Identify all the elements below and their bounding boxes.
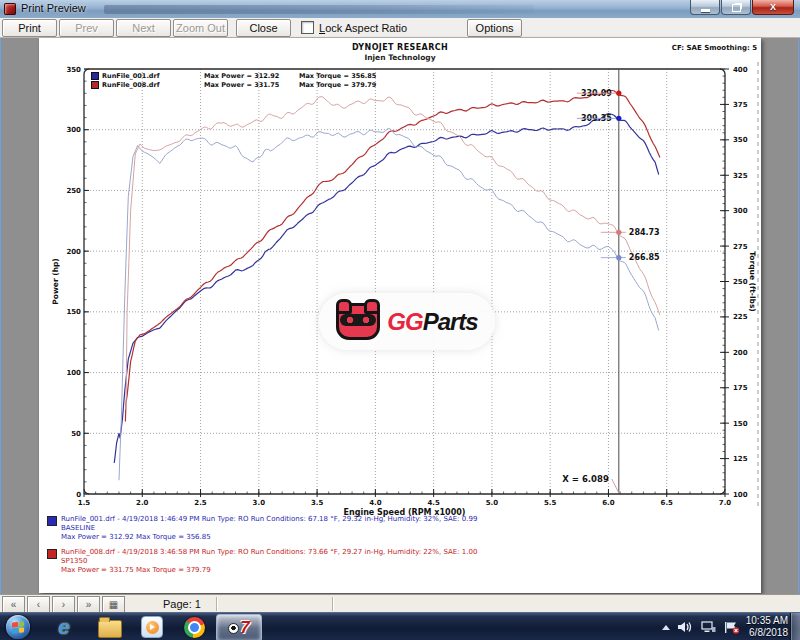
run2-conditions: RunFile_008.drf - 4/19/2018 3:46:58 PM R…: [61, 548, 477, 557]
options-button[interactable]: Options: [467, 19, 522, 37]
marker-dot-266.85: [616, 255, 621, 260]
legend-swatch-blue: [91, 72, 99, 80]
chart-title: DYNOJET RESEARCH: [39, 43, 761, 52]
marker-label-284.73: 284.73: [629, 228, 660, 237]
chrome-icon: [184, 617, 205, 638]
run2-name: SP1350: [61, 557, 477, 566]
taskbar-chrome-icon[interactable]: [182, 615, 206, 639]
print-preview-app-icon: [4, 3, 16, 15]
y-right-tick-label: 100: [733, 491, 748, 499]
action-center-flag-icon[interactable]: [724, 621, 740, 634]
legend-power-1: Max Power = 312.92: [204, 72, 299, 80]
y-right-tick-label: 300: [733, 207, 748, 215]
show-desktop-button[interactable]: [790, 613, 800, 640]
series-group: [114, 91, 659, 480]
preview-page: 1.52.02.53.03.54.04.55.05.56.06.57.00501…: [39, 38, 761, 593]
y-left-tick-label: 0: [76, 491, 81, 499]
series-runfile-008-torque-ft-lbs-: [126, 97, 660, 409]
page-indicator: Page: 1: [163, 598, 201, 610]
lock-aspect-ratio-checkbox[interactable]: [301, 21, 314, 34]
y-left-tick-label: 250: [66, 187, 81, 195]
taskbar-dyno-app-button[interactable]: 7: [216, 614, 262, 640]
plot-frame: [84, 69, 725, 494]
media-player-icon: [141, 616, 163, 638]
watermark-parts: Parts: [423, 308, 478, 335]
prev-button[interactable]: Prev: [59, 19, 114, 37]
soccer-ball-icon: [228, 623, 239, 634]
y-left-axis-label: Power (hp): [51, 258, 60, 305]
clock-date: 6/8/2018: [746, 627, 788, 639]
marker-label-266.85: 266.85: [629, 253, 660, 262]
y-right-tick-label: 275: [733, 243, 748, 251]
marker-dot-284.73: [616, 230, 621, 235]
y-right-tick-label: 175: [733, 384, 748, 392]
next-button[interactable]: Next: [116, 19, 171, 37]
marker-dot-330.09: [616, 91, 621, 96]
y-right-tick-label: 325: [733, 172, 748, 180]
y-right-tick-label: 400: [733, 66, 748, 74]
y-right-tick-label: 350: [733, 136, 748, 144]
minimize-button[interactable]: [690, 0, 720, 15]
watermark-text: GGParts: [387, 308, 477, 336]
volume-icon[interactable]: [678, 621, 693, 633]
x-tick-label: 2.0: [136, 499, 149, 507]
system-tray: [662, 613, 740, 640]
window-title: Print Preview: [21, 2, 86, 14]
tray-expand-icon[interactable]: [662, 625, 670, 630]
close-window-button[interactable]: X: [752, 0, 794, 15]
chart-subtitle: Injen Technology: [39, 53, 761, 62]
start-button[interactable]: [6, 615, 30, 639]
folder-icon: [98, 620, 122, 638]
taskbar: e 7: [0, 612, 800, 640]
taskbar-internet-explorer-icon[interactable]: e: [52, 615, 76, 639]
multi-page-button[interactable]: ▦: [102, 596, 125, 613]
statusbar-separator: [216, 597, 217, 611]
run-swatch-red: [47, 549, 57, 559]
prev-page-button[interactable]: ‹: [27, 596, 50, 613]
legend-row-1: RunFile_001.drf Max Power = 312.92 Max T…: [91, 71, 376, 80]
legend-torque-2: Max Torque = 379.79: [299, 81, 376, 89]
run1-name: BASELINE: [61, 524, 477, 533]
ggparts-watermark: GGParts: [319, 293, 495, 350]
network-icon[interactable]: [701, 621, 716, 633]
legend-row-2: RunFile_008.drf Max Power = 331.75 Max T…: [91, 80, 376, 89]
document-title-faded: [104, 5, 534, 14]
cursor-leader-line: [612, 479, 619, 493]
y-right-tick-label: 250: [733, 278, 748, 286]
zoom-out-button[interactable]: Zoom Out: [173, 19, 228, 37]
x-tick-label: 4.5: [427, 499, 440, 507]
minimize-icon: [701, 9, 710, 12]
clock-time: 10:35 AM: [746, 615, 788, 627]
x-tick-label: 7.0: [719, 499, 732, 507]
x-tick-label: 3.0: [253, 499, 266, 507]
legend-swatch-red: [91, 81, 99, 89]
y-left-tick-label: 350: [66, 66, 81, 74]
marker-dot-309.35: [616, 116, 621, 121]
print-preview-window: Print Preview X Print Prev Next Zoom Out…: [0, 0, 800, 612]
y-right-tick-label: 225: [733, 313, 748, 321]
series-runfile-001-power-hp-: [114, 114, 658, 463]
cursor-x-label: X = 6.089: [562, 474, 609, 484]
legend-file-1: RunFile_001.drf: [102, 72, 204, 80]
taskbar-clock[interactable]: 10:35 AM 6/8/2018: [746, 615, 788, 639]
y-left-tick-label: 300: [66, 126, 81, 134]
taskbar-media-player-icon[interactable]: [140, 615, 164, 639]
y-right-tick-label: 200: [733, 349, 748, 357]
restore-icon: [732, 4, 741, 12]
chart-correction-note: CF: SAE Smoothing: 5: [672, 44, 757, 52]
y-left-tick-label: 200: [66, 248, 81, 256]
close-preview-button[interactable]: Close: [236, 19, 291, 37]
print-button[interactable]: Print: [2, 19, 57, 37]
x-tick-label: 5.0: [486, 499, 499, 507]
run-note-sp1350: RunFile_008.drf - 4/19/2018 3:46:58 PM R…: [47, 548, 477, 575]
run-note-baseline: RunFile_001.drf - 4/19/2018 1:46:49 PM R…: [47, 515, 477, 542]
next-page-button[interactable]: ›: [52, 596, 75, 613]
window-edge-left: [0, 38, 2, 594]
last-page-button[interactable]: »: [77, 596, 100, 613]
y-right-tick-label: 375: [733, 101, 748, 109]
titlebar[interactable]: Print Preview X: [0, 0, 800, 19]
x-tick-label: 3.5: [311, 499, 324, 507]
taskbar-windows-explorer-icon[interactable]: [98, 615, 122, 639]
first-page-button[interactable]: «: [2, 596, 25, 613]
restore-button[interactable]: [721, 0, 751, 15]
